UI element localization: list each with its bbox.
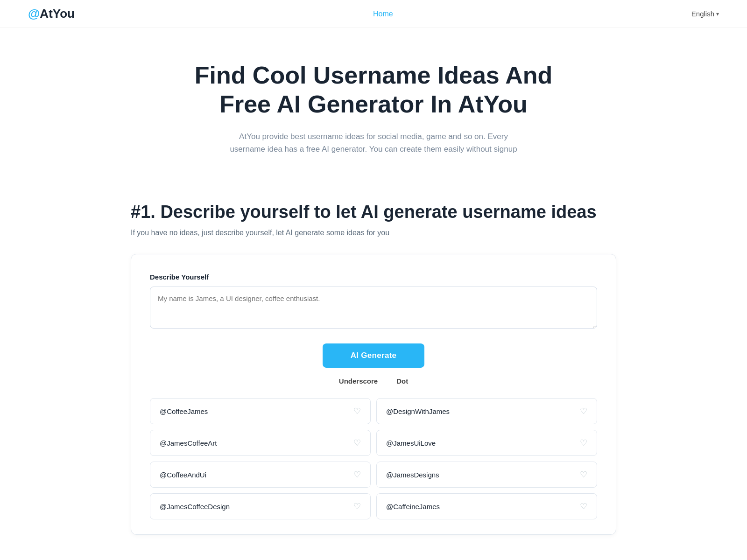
username-item[interactable]: @CaffeineJames♡ <box>376 493 597 519</box>
heart-icon[interactable]: ♡ <box>353 406 361 416</box>
underscore-option[interactable]: Underscore <box>339 377 378 385</box>
heart-icon[interactable]: ♡ <box>580 501 587 511</box>
username-item[interactable]: @JamesDesigns♡ <box>376 462 597 488</box>
hero-subtitle: AtYou provide best username ideas for so… <box>229 130 518 155</box>
username-item[interactable]: @JamesCoffeeArt♡ <box>150 430 371 456</box>
site-header: @AtYou Home English ▾ <box>0 0 747 28</box>
username-text: @CaffeineJames <box>386 503 440 511</box>
generate-button[interactable]: AI Generate <box>323 343 425 368</box>
nav-home-link[interactable]: Home <box>373 10 393 18</box>
heart-icon[interactable]: ♡ <box>580 406 587 416</box>
language-selector[interactable]: English ▾ <box>691 10 719 18</box>
username-text: @JamesCoffeeArt <box>160 439 217 447</box>
main-section: #1. Describe yourself to let AI generate… <box>93 174 654 553</box>
hero-title: Find Cool Username Ideas And Free AI Gen… <box>187 61 560 119</box>
describe-textarea[interactable] <box>150 287 597 329</box>
lang-label: English <box>691 10 714 18</box>
username-item[interactable]: @CoffeeJames♡ <box>150 398 371 424</box>
heart-icon[interactable]: ♡ <box>580 469 587 480</box>
username-text: @CoffeeAndUi <box>160 471 206 479</box>
username-item[interactable]: @CoffeeAndUi♡ <box>150 462 371 488</box>
hero-section: Find Cool Username Ideas And Free AI Gen… <box>0 28 747 174</box>
heart-icon[interactable]: ♡ <box>353 469 361 480</box>
logo-text: AtYou <box>40 7 75 21</box>
separator-options: Underscore Dot <box>150 377 597 385</box>
username-item[interactable]: @DesignWithJames♡ <box>376 398 597 424</box>
heart-icon[interactable]: ♡ <box>353 438 361 448</box>
heart-icon[interactable]: ♡ <box>580 438 587 448</box>
logo-at: @ <box>28 7 40 21</box>
username-item[interactable]: @JamesUiLove♡ <box>376 430 597 456</box>
username-item[interactable]: @JamesCoffeeDesign♡ <box>150 493 371 519</box>
username-text: @JamesUiLove <box>386 439 436 447</box>
textarea-wrapper <box>150 287 597 330</box>
heart-icon[interactable]: ♡ <box>353 501 361 511</box>
username-text: @CoffeeJames <box>160 407 208 415</box>
describe-label: Describe Yourself <box>150 273 597 281</box>
dot-option[interactable]: Dot <box>396 377 408 385</box>
section-title: #1. Describe yourself to let AI generate… <box>131 202 616 222</box>
username-text: @JamesCoffeeDesign <box>160 503 230 511</box>
site-logo[interactable]: @AtYou <box>28 7 75 21</box>
main-nav: Home <box>373 10 393 18</box>
generator-card: Describe Yourself AI Generate Underscore… <box>131 254 616 535</box>
username-text: @DesignWithJames <box>386 407 450 415</box>
username-grid: @CoffeeJames♡@DesignWithJames♡@JamesCoff… <box>150 398 597 519</box>
chevron-down-icon: ▾ <box>716 11 719 17</box>
section-desc: If you have no ideas, just describe your… <box>131 229 616 237</box>
username-text: @JamesDesigns <box>386 471 439 479</box>
